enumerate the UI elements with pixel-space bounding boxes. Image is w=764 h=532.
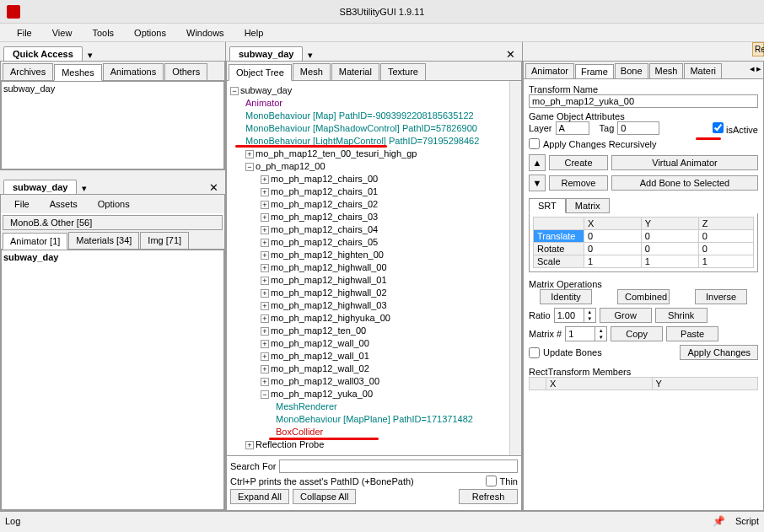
tree-item[interactable]: +mo_ph_map12_chairs_00 bbox=[261, 173, 518, 185]
filter-button[interactable]: MonoB.& Other [56] bbox=[3, 215, 223, 230]
tree-toggle-icon[interactable]: + bbox=[261, 340, 269, 348]
apply-changes-button[interactable]: Apply Changes bbox=[680, 345, 758, 360]
mid-tab[interactable]: subway_day bbox=[229, 46, 303, 61]
tree-toggle-icon[interactable]: + bbox=[261, 289, 269, 298]
paste-button[interactable]: Paste bbox=[666, 326, 718, 341]
r-tab-animator[interactable]: Animator bbox=[525, 63, 574, 78]
qa-tab-archives[interactable]: Archives bbox=[3, 63, 53, 80]
tree-toggle-icon[interactable]: + bbox=[261, 314, 269, 323]
qa-tab-others[interactable]: Others bbox=[164, 63, 207, 80]
refresh-button[interactable]: Refresh bbox=[459, 489, 518, 504]
asset-menu-file[interactable]: File bbox=[4, 196, 40, 212]
up-button[interactable]: ▲ bbox=[529, 154, 546, 171]
menu-help[interactable]: Help bbox=[234, 25, 274, 40]
thin-checkbox[interactable] bbox=[486, 476, 497, 486]
status-script[interactable]: Script bbox=[735, 516, 759, 526]
asset-tab-materials[interactable]: Materials [34] bbox=[68, 232, 139, 249]
tree-toggle-icon[interactable]: + bbox=[261, 277, 269, 285]
mid-tab-mesh[interactable]: Mesh bbox=[293, 63, 331, 80]
r-tab-material[interactable]: Materi bbox=[684, 63, 722, 78]
tree-item[interactable]: +mo_ph_map12_highten_00 bbox=[261, 249, 518, 261]
asset-list[interactable]: subway_day bbox=[1, 250, 224, 510]
tab-left-icon[interactable]: ◂ bbox=[750, 63, 755, 74]
matrixnum-spinner[interactable]: ▲▼ bbox=[565, 326, 607, 341]
collapse-all-button[interactable]: Collapse All bbox=[293, 489, 356, 504]
transform-name-input[interactable] bbox=[529, 94, 758, 108]
qa-tab-animations[interactable]: Animations bbox=[103, 63, 164, 80]
tree-item[interactable]: −mo_ph_map12_yuka_00MeshRendererMonoBeha… bbox=[261, 388, 518, 438]
tree-item[interactable]: +mo_ph_map12_wall03_00 bbox=[261, 375, 518, 388]
tree-item[interactable]: +mo_ph_map12_wall_00 bbox=[261, 337, 518, 350]
tree-toggle-icon[interactable]: + bbox=[261, 188, 269, 196]
menu-windows[interactable]: Windows bbox=[176, 25, 234, 40]
tree-item[interactable]: +mo_ph_map12_chairs_05 bbox=[261, 236, 518, 249]
tree-toggle-icon[interactable]: + bbox=[261, 302, 269, 310]
pin-icon[interactable]: 📌 bbox=[713, 515, 725, 527]
combined-button[interactable]: Combined bbox=[617, 289, 670, 304]
tree-item[interactable]: +mo_ph_map12_chairs_01 bbox=[261, 185, 518, 198]
tree-mesh[interactable]: MeshRenderer bbox=[276, 400, 518, 413]
tree-toggle-icon[interactable]: + bbox=[261, 175, 269, 184]
ratio-spinner[interactable]: ▲▼ bbox=[554, 308, 596, 323]
status-log[interactable]: Log bbox=[5, 516, 20, 526]
r-tab-frame[interactable]: Frame bbox=[575, 64, 614, 79]
tree-toggle-icon[interactable]: + bbox=[261, 201, 269, 209]
tag-input[interactable] bbox=[617, 121, 659, 135]
tree-toggle-icon[interactable]: + bbox=[261, 226, 269, 234]
rect-grid[interactable]: XY bbox=[529, 377, 758, 390]
virtual-animator-button[interactable]: Virtual Animator bbox=[611, 155, 758, 170]
mid-close-icon[interactable]: ✕ bbox=[503, 48, 519, 61]
tree-item[interactable]: +mo_ph_map12_chairs_02 bbox=[261, 198, 518, 211]
r-tab-bone[interactable]: Bone bbox=[615, 63, 648, 78]
tree-toggle-icon[interactable]: + bbox=[261, 378, 269, 386]
tree-toggle-icon[interactable]: + bbox=[245, 150, 254, 159]
menu-view[interactable]: View bbox=[42, 25, 83, 40]
mid-dropdown-icon[interactable]: ▾ bbox=[304, 50, 316, 61]
menu-tools[interactable]: Tools bbox=[82, 25, 124, 40]
tree-item[interactable]: +mo_ph_map12_highwall_01 bbox=[261, 274, 518, 287]
menu-file[interactable]: File bbox=[7, 25, 42, 40]
tree-item[interactable]: +mo_ph_map12_highyuka_00 bbox=[261, 312, 518, 325]
tree-toggle-icon[interactable]: + bbox=[261, 327, 269, 336]
search-input[interactable] bbox=[279, 459, 518, 473]
tree-toggle-icon[interactable]: + bbox=[261, 365, 269, 373]
remove-button[interactable]: Remove bbox=[549, 175, 608, 191]
tree-mono[interactable]: MonoBehaviour [Map] PathID=-909399220818… bbox=[245, 110, 518, 122]
tree-item[interactable]: +mo_ph_map12_chairs_03 bbox=[261, 211, 518, 223]
expand-all-button[interactable]: Expand All bbox=[230, 489, 289, 504]
tree-item[interactable]: +mo_ph_map12_wall_01 bbox=[261, 350, 518, 363]
add-bone-button[interactable]: Add Bone to Selected bbox=[611, 175, 758, 191]
asset-menu-options[interactable]: Options bbox=[88, 196, 140, 212]
menu-options[interactable]: Options bbox=[124, 25, 176, 40]
srt-tab[interactable]: SRT bbox=[529, 198, 566, 213]
asset-tab[interactable]: subway_day bbox=[3, 180, 77, 194]
tree-animator[interactable]: Animator bbox=[245, 97, 518, 110]
tree-item[interactable]: +mo_ph_map12_ten_00 bbox=[261, 325, 518, 337]
tree-toggle-icon[interactable]: + bbox=[261, 352, 269, 361]
quick-access-dropdown-icon[interactable]: ▾ bbox=[84, 50, 96, 61]
asset-item[interactable]: subway_day bbox=[3, 252, 222, 262]
asset-tab-img[interactable]: Img [71] bbox=[140, 232, 189, 249]
down-button[interactable]: ▼ bbox=[529, 175, 546, 191]
mid-tab-objecttree[interactable]: Object Tree bbox=[229, 64, 292, 81]
identity-button[interactable]: Identity bbox=[540, 289, 592, 304]
object-tree[interactable]: −subway_day Animator MonoBehaviour [Map]… bbox=[227, 81, 521, 455]
matrix-tab[interactable]: Matrix bbox=[566, 198, 610, 213]
srt-grid[interactable]: XYZ Translate000 Rotate000 Scale111 bbox=[533, 217, 754, 268]
tree-toggle-icon[interactable]: + bbox=[261, 213, 269, 222]
shrink-button[interactable]: Shrink bbox=[655, 308, 708, 323]
update-bones-checkbox[interactable] bbox=[529, 347, 540, 358]
mid-tab-texture[interactable]: Texture bbox=[380, 63, 426, 80]
grow-button[interactable]: Grow bbox=[600, 308, 652, 323]
tree-toggle-icon[interactable]: − bbox=[261, 390, 269, 399]
tree-toggle-icon[interactable]: + bbox=[261, 251, 269, 260]
layer-input[interactable] bbox=[556, 121, 589, 135]
tree-item[interactable]: +mo_ph_map12_highwall_02 bbox=[261, 287, 518, 299]
tree-toggle-icon[interactable]: + bbox=[261, 239, 269, 247]
asset-dropdown-icon[interactable]: ▾ bbox=[78, 183, 90, 194]
asset-tab-animator[interactable]: Animator [1] bbox=[3, 233, 67, 250]
copy-button[interactable]: Copy bbox=[611, 326, 663, 341]
tree-mono[interactable]: MonoBehaviour [MapPlane] PathID=17137148… bbox=[276, 413, 518, 426]
tree-mono[interactable]: MonoBehaviour [MapShadowControl] PathID=… bbox=[245, 122, 518, 135]
qa-list[interactable]: subway_day bbox=[1, 81, 224, 169]
